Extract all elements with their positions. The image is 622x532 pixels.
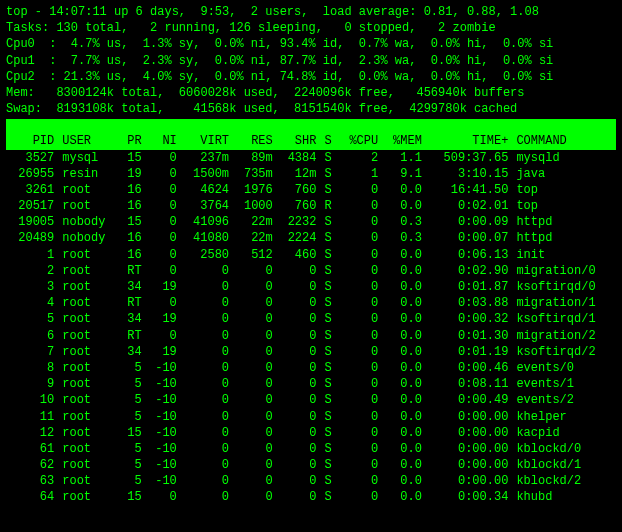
cell-pr: 34 (119, 311, 146, 327)
cell-time: 0:00.32 (426, 311, 512, 327)
cell-cpu: 0 (339, 311, 383, 327)
cell-cmd: khubd (512, 489, 616, 505)
cell-virt: 0 (181, 457, 233, 473)
cell-cmd: httpd (512, 230, 616, 246)
cell-pid: 5 (6, 311, 58, 327)
cell-pr: 5 (119, 392, 146, 408)
cell-mem: 0.0 (382, 247, 426, 263)
cell-user: root (58, 392, 119, 408)
cell-virt: 0 (181, 376, 233, 392)
cell-ni: 0 (146, 214, 181, 230)
cell-ni: 0 (146, 150, 181, 166)
cell-user: mysql (58, 150, 119, 166)
column-header-row: PID USER PR NI VIRT RES SHR S %CPU %MEM … (6, 133, 616, 149)
cell-mem: 0.0 (382, 344, 426, 360)
cell-cpu: 0 (339, 457, 383, 473)
table-row: 19005nobody1504109622m2232S00.30:00.09ht… (6, 214, 616, 230)
cell-mem: 0.0 (382, 473, 426, 489)
cell-pr: 15 (119, 214, 146, 230)
cell-shr: 0 (277, 473, 321, 489)
summary-line-cpu2: Cpu2 : 21.3% us, 4.0% sy, 0.0% ni, 74.8%… (6, 69, 616, 85)
cell-pid: 11 (6, 409, 58, 425)
cell-s: S (320, 263, 338, 279)
terminal-output[interactable]: top - 14:07:11 up 6 days, 9:53, 2 users,… (6, 4, 616, 506)
cell-res: 0 (233, 295, 277, 311)
cell-user: root (58, 344, 119, 360)
cell-shr: 0 (277, 425, 321, 441)
cell-user: nobody (58, 230, 119, 246)
table-row: 63root5-10000S00.00:00.00kblockd/2 (6, 473, 616, 489)
cell-virt: 4624 (181, 182, 233, 198)
cell-pr: 16 (119, 230, 146, 246)
cell-user: root (58, 441, 119, 457)
cell-ni: -10 (146, 409, 181, 425)
cell-s: S (320, 376, 338, 392)
cell-mem: 0.0 (382, 441, 426, 457)
cell-user: root (58, 279, 119, 295)
cell-mem: 0.0 (382, 425, 426, 441)
cell-pid: 3261 (6, 182, 58, 198)
cell-pid: 1 (6, 247, 58, 263)
cell-cmd: kblockd/1 (512, 457, 616, 473)
separator-bar (6, 119, 616, 133)
cell-cpu: 0 (339, 295, 383, 311)
cell-s: S (320, 425, 338, 441)
cell-res: 0 (233, 457, 277, 473)
cell-pid: 26955 (6, 166, 58, 182)
cell-mem: 0.3 (382, 214, 426, 230)
cell-pr: 16 (119, 182, 146, 198)
cell-pid: 9 (6, 376, 58, 392)
table-row: 20517root16037641000760R00.00:02.01top (6, 198, 616, 214)
cell-cpu: 0 (339, 214, 383, 230)
cell-s: R (320, 198, 338, 214)
cell-pid: 62 (6, 457, 58, 473)
table-row: 3527mysql150237m89m4384S21.1509:37.65mys… (6, 150, 616, 166)
cell-cpu: 0 (339, 198, 383, 214)
cell-user: root (58, 328, 119, 344)
cell-shr: 0 (277, 279, 321, 295)
cell-ni: -10 (146, 457, 181, 473)
cell-shr: 760 (277, 182, 321, 198)
cell-res: 89m (233, 150, 277, 166)
cell-shr: 460 (277, 247, 321, 263)
col-pid: PID (6, 133, 58, 149)
cell-cmd: httpd (512, 214, 616, 230)
summary-line-cpu0: Cpu0 : 4.7% us, 1.3% sy, 0.0% ni, 93.4% … (6, 36, 616, 52)
cell-time: 0:02.01 (426, 198, 512, 214)
table-row: 3root3419000S00.00:01.87ksoftirqd/0 (6, 279, 616, 295)
cell-mem: 9.1 (382, 166, 426, 182)
cell-virt: 0 (181, 279, 233, 295)
cell-pr: 16 (119, 198, 146, 214)
cell-ni: 0 (146, 295, 181, 311)
cell-cmd: ksoftirqd/1 (512, 311, 616, 327)
cell-time: 0:03.88 (426, 295, 512, 311)
cell-ni: -10 (146, 441, 181, 457)
cell-s: S (320, 295, 338, 311)
cell-pid: 20489 (6, 230, 58, 246)
cell-pid: 8 (6, 360, 58, 376)
process-table: PID USER PR NI VIRT RES SHR S %CPU %MEM … (6, 133, 616, 505)
cell-cmd: migration/0 (512, 263, 616, 279)
cell-res: 0 (233, 360, 277, 376)
cell-pid: 12 (6, 425, 58, 441)
cell-s: S (320, 392, 338, 408)
cell-pr: 5 (119, 376, 146, 392)
cell-mem: 0.0 (382, 295, 426, 311)
cell-cpu: 0 (339, 328, 383, 344)
summary-line-mem: Mem: 8300124k total, 6060028k used, 2240… (6, 85, 616, 101)
col-command: COMMAND (512, 133, 616, 149)
table-row: 61root5-10000S00.00:00.00kblockd/0 (6, 441, 616, 457)
cell-shr: 760 (277, 198, 321, 214)
summary-line-top: top - 14:07:11 up 6 days, 9:53, 2 users,… (6, 4, 616, 20)
cell-user: root (58, 295, 119, 311)
cell-pr: RT (119, 263, 146, 279)
cell-cmd: events/0 (512, 360, 616, 376)
cell-cpu: 0 (339, 263, 383, 279)
summary-line-cpu1: Cpu1 : 7.7% us, 2.3% sy, 0.0% ni, 87.7% … (6, 53, 616, 69)
cell-time: 0:01.19 (426, 344, 512, 360)
cell-shr: 0 (277, 409, 321, 425)
cell-cpu: 0 (339, 247, 383, 263)
cell-s: S (320, 150, 338, 166)
cell-s: S (320, 441, 338, 457)
cell-s: S (320, 279, 338, 295)
